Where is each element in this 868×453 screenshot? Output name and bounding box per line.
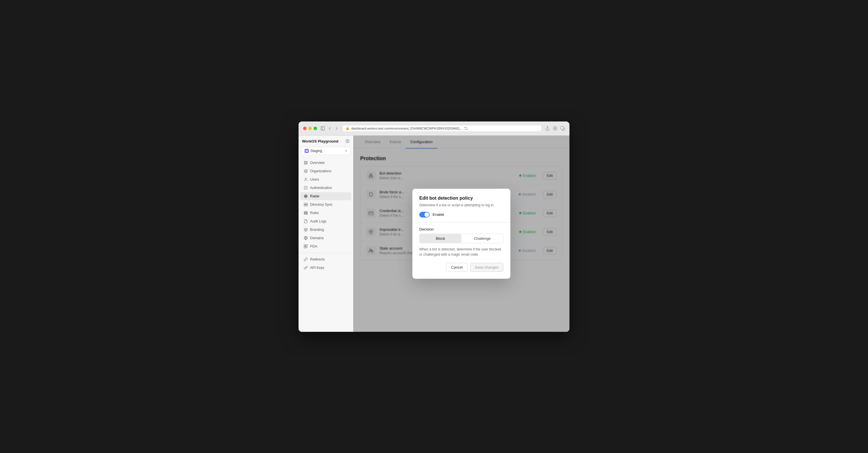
svg-rect-23 (306, 203, 308, 204)
minimize-button[interactable] (308, 127, 312, 130)
organizations-icon (304, 169, 308, 173)
branding-icon (304, 228, 308, 232)
overview-icon (304, 161, 308, 165)
sidebar-label-api-keys: API Keys (310, 266, 324, 270)
modal-footer: Cancel Save changes (419, 263, 503, 272)
sidebar-item-organizations[interactable]: Organizations (300, 167, 351, 175)
svg-rect-14 (304, 163, 306, 164)
svg-rect-9 (307, 150, 308, 151)
svg-rect-25 (306, 204, 308, 206)
sidebar-item-authentication[interactable]: Authentication (300, 184, 351, 192)
decision-label: Decision (419, 227, 503, 231)
svg-rect-0 (321, 127, 324, 130)
reload-icon[interactable] (464, 126, 468, 131)
svg-rect-27 (304, 213, 308, 213)
sidebar-item-redirects[interactable]: Redirects (300, 255, 351, 263)
address-bar[interactable]: 🔒 dashboard.workos-test.com/environment_… (342, 125, 542, 132)
modal-overlay: Edit bot detection policy Determine if a… (353, 136, 569, 332)
decision-challenge-button[interactable]: Challenge (461, 234, 503, 243)
add-tab-icon[interactable] (553, 126, 557, 131)
sidebar-nav: Overview Organizations Users (299, 159, 353, 328)
maximize-button[interactable] (314, 127, 317, 130)
svg-rect-12 (304, 161, 306, 162)
svg-rect-13 (306, 161, 307, 162)
sidebar-item-directory-sync[interactable]: Directory Sync (300, 201, 351, 208)
forward-icon[interactable] (334, 126, 339, 131)
app-layout: WorkOS Playground Staging ▾ Overview (299, 136, 569, 332)
sidebar-label-fga: FGA (310, 245, 317, 249)
sidebar: WorkOS Playground Staging ▾ Overview (299, 136, 353, 332)
svg-marker-16 (304, 169, 308, 171)
sidebar-item-roles[interactable]: Roles (300, 209, 351, 217)
svg-rect-28 (304, 214, 308, 214)
svg-rect-22 (304, 203, 306, 204)
sidebar-label-overview: Overview (310, 161, 324, 165)
close-button[interactable] (303, 127, 307, 130)
brand-name: WorkOS Playground (302, 139, 338, 143)
svg-point-7 (347, 141, 348, 142)
browser-titlebar: 🔒 dashboard.workos-test.com/environment_… (299, 121, 569, 136)
chevron-down-icon: ▾ (345, 149, 347, 152)
users-icon (304, 177, 308, 181)
redirects-icon (304, 257, 308, 261)
toggle-slider (419, 212, 430, 218)
browser-window: 🔒 dashboard.workos-test.com/environment_… (299, 121, 569, 332)
audit-logs-icon (304, 219, 308, 223)
environment-selector[interactable]: Staging ▾ (302, 147, 350, 155)
url-text: dashboard.workos-test.com/environment_01… (351, 127, 462, 130)
sidebar-label-domains: Domains (310, 236, 323, 240)
traffic-lights (303, 127, 317, 130)
sidebar-item-overview[interactable]: Overview (300, 159, 351, 167)
sidebar-item-users[interactable]: Users (300, 175, 351, 183)
browser-actions (545, 126, 565, 131)
svg-rect-32 (306, 245, 308, 246)
modal-divider (412, 222, 510, 223)
toggle-label: Enable (433, 213, 444, 217)
svg-rect-26 (304, 211, 308, 212)
sidebar-label-directory-sync: Directory Sync (310, 203, 333, 206)
sidebar-item-domains[interactable]: Domains (300, 234, 351, 242)
svg-rect-15 (306, 163, 307, 164)
sidebar-item-audit-logs[interactable]: Audit Logs (300, 217, 351, 225)
decision-buttons: Block Challenge (419, 234, 503, 243)
cancel-button[interactable]: Cancel (446, 263, 467, 272)
settings-icon[interactable] (345, 139, 349, 143)
sidebar-item-api-keys[interactable]: API Keys (300, 264, 351, 272)
svg-rect-10 (306, 151, 307, 152)
svg-point-17 (305, 178, 307, 179)
browser-controls (320, 126, 339, 131)
svg-rect-33 (304, 247, 306, 248)
roles-icon (304, 211, 308, 215)
radar-icon (304, 194, 308, 198)
sidebar-label-audit-logs: Audit Logs (310, 219, 327, 223)
svg-rect-8 (306, 150, 307, 151)
modal-title: Edit bot detection policy (419, 196, 503, 201)
svg-rect-6 (561, 127, 563, 129)
sidebar-item-fga[interactable]: FGA (300, 243, 351, 250)
sidebar-label-organizations: Organizations (310, 169, 332, 173)
decision-description: When a bot is detected, determine if the… (419, 247, 503, 257)
enable-toggle[interactable] (419, 212, 430, 218)
env-name: Staging (310, 149, 344, 153)
main-content: Overview Events Configuration Protection (353, 136, 569, 332)
sidebar-toggle-icon[interactable] (320, 126, 325, 131)
sidebar-header: WorkOS Playground (299, 139, 353, 147)
decision-block-button[interactable]: Block (420, 234, 461, 243)
modal: Edit bot detection policy Determine if a… (412, 189, 510, 279)
sidebar-label-branding: Branding (310, 228, 324, 232)
svg-rect-31 (304, 245, 306, 246)
directory-sync-icon (304, 203, 308, 206)
back-icon[interactable] (328, 126, 332, 131)
sidebar-item-branding[interactable]: Branding (300, 226, 351, 234)
toggle-row: Enable (419, 212, 503, 218)
copy-icon[interactable] (560, 126, 565, 131)
share-icon[interactable] (545, 126, 550, 131)
sidebar-item-radar[interactable]: Radar (300, 192, 351, 200)
save-changes-button[interactable]: Save changes (470, 263, 503, 272)
sidebar-label-roles: Roles (310, 211, 319, 215)
api-keys-icon (304, 266, 308, 270)
sidebar-label-users: Users (310, 177, 319, 181)
authentication-icon (304, 186, 308, 190)
sidebar-label-radar: Radar (310, 194, 319, 198)
sidebar-label-redirects: Redirects (310, 257, 325, 261)
